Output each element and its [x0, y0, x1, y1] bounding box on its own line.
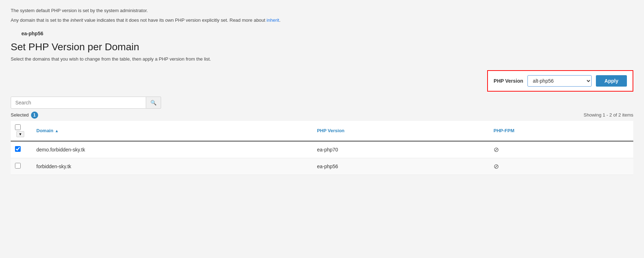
php-version-select[interactable]: alt-php56 ea-php56 ea-php70 ea-php71 ea-… — [527, 75, 592, 87]
search-row: 🔍 — [11, 97, 633, 109]
row-checkbox-cell — [11, 141, 32, 158]
search-input[interactable] — [11, 97, 146, 109]
info-line1: The system default PHP version is set by… — [11, 7, 633, 15]
info-inherit-italic: inherit — [71, 17, 83, 23]
table-row: forbidden-sky.tkea-php56⊘ — [11, 158, 633, 175]
table-meta-row: Selected 1 Showing 1 - 2 of 2 items — [11, 112, 633, 119]
domains-table: ▼ Domain ▲ PHP Version PHP-FPM demo.forb… — [11, 121, 633, 175]
selected-label: Selected 1 — [11, 112, 38, 119]
header-php-version[interactable]: PHP Version — [313, 121, 489, 141]
row-checkbox-cell — [11, 158, 32, 175]
php-version-label: PHP Version — [494, 78, 523, 84]
apply-button[interactable]: Apply — [596, 75, 627, 87]
table-row: demo.forbidden-sky.tkea-php70⊘ — [11, 141, 633, 158]
row-domain: forbidden-sky.tk — [32, 158, 313, 175]
row-domain: demo.forbidden-sky.tk — [32, 141, 313, 158]
search-button[interactable]: 🔍 — [146, 97, 161, 109]
inherit-link[interactable]: inherit — [267, 17, 279, 23]
system-version-label: ea-php56 — [21, 31, 633, 36]
row-checkbox-1[interactable] — [15, 163, 21, 169]
controls-row: PHP Version alt-php56 ea-php56 ea-php70 … — [11, 70, 633, 92]
page-subtitle: Select the domains that you wish to chan… — [11, 56, 633, 62]
selected-text: Selected — [11, 112, 29, 118]
header-php-fpm[interactable]: PHP-FPM — [489, 121, 633, 141]
search-icon: 🔍 — [150, 100, 156, 105]
selected-badge: 1 — [31, 112, 38, 119]
info-line2-pre: Any domain that is set to the — [11, 17, 71, 23]
header-checkbox-col: ▼ — [11, 121, 32, 141]
info-line2-post: . — [279, 17, 280, 23]
row-php-fpm: ⊘ — [489, 158, 633, 175]
php-version-box: PHP Version alt-php56 ea-php56 ea-php70 … — [487, 70, 633, 92]
table-header-row: ▼ Domain ▲ PHP Version PHP-FPM — [11, 121, 633, 141]
select-all-checkbox[interactable] — [15, 124, 21, 130]
info-line2: Any domain that is set to the inherit va… — [11, 17, 633, 24]
select-dropdown-arrow[interactable]: ▼ — [16, 131, 24, 137]
php-fpm-icon: ⊘ — [494, 163, 499, 170]
php-fpm-icon: ⊘ — [494, 146, 499, 153]
row-php-fpm: ⊘ — [489, 141, 633, 158]
row-php-version: ea-php70 — [313, 141, 489, 158]
page-title: Set PHP Version per Domain — [11, 41, 633, 53]
domain-sort-icon: ▲ — [55, 129, 59, 133]
table-body: demo.forbidden-sky.tkea-php70⊘forbidden-… — [11, 141, 633, 175]
info-line2-mid: value indicates that it does not have it… — [83, 17, 267, 23]
showing-text: Showing 1 - 2 of 2 items — [584, 112, 633, 118]
domain-col-label: Domain — [36, 128, 53, 133]
row-php-version: ea-php56 — [313, 158, 489, 175]
header-domain[interactable]: Domain ▲ — [32, 121, 313, 141]
row-checkbox-0[interactable] — [15, 146, 21, 152]
